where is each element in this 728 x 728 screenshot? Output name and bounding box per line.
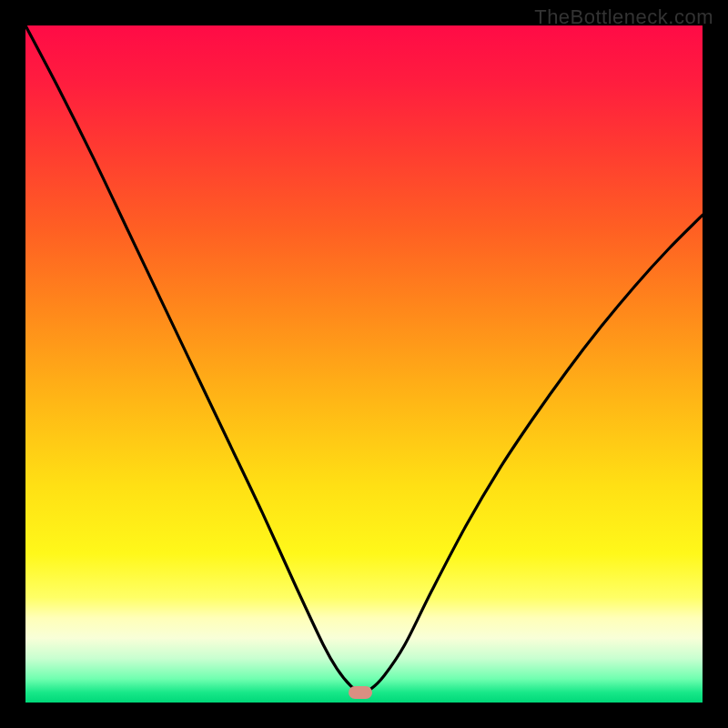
plot-area xyxy=(25,25,703,703)
chart-frame: TheBottleneck.com xyxy=(0,0,728,728)
optimal-marker xyxy=(349,686,372,699)
bottleneck-curve xyxy=(25,25,703,703)
